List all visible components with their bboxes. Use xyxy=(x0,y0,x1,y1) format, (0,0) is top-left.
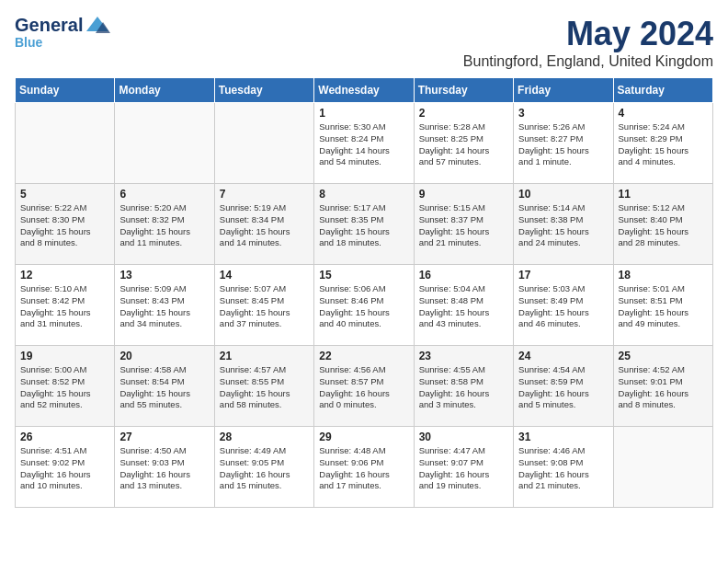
day-number: 1 xyxy=(319,107,408,120)
day-number: 8 xyxy=(319,188,408,201)
cell-content: Sunrise: 4:48 AMSunset: 9:06 PMDaylight:… xyxy=(319,445,408,492)
cell-content: Sunrise: 5:14 AMSunset: 8:38 PMDaylight:… xyxy=(518,202,608,249)
logo: General Blue xyxy=(15,15,110,50)
header-friday: Friday xyxy=(514,78,613,103)
cell-content: Sunrise: 5:10 AMSunset: 8:42 PMDaylight:… xyxy=(20,283,109,330)
cell-content: Sunrise: 4:55 AMSunset: 8:58 PMDaylight:… xyxy=(419,364,508,411)
week-row-4: 19Sunrise: 5:00 AMSunset: 8:52 PMDayligh… xyxy=(16,346,713,427)
day-number: 15 xyxy=(319,269,408,282)
calendar-cell: 8Sunrise: 5:17 AMSunset: 8:35 PMDaylight… xyxy=(314,184,414,265)
day-number: 23 xyxy=(419,350,508,362)
day-number: 31 xyxy=(518,431,608,443)
calendar-cell: 15Sunrise: 5:06 AMSunset: 8:46 PMDayligh… xyxy=(314,265,414,346)
calendar-cell: 17Sunrise: 5:03 AMSunset: 8:49 PMDayligh… xyxy=(514,265,613,346)
day-number: 25 xyxy=(619,350,708,362)
day-number: 10 xyxy=(518,188,608,201)
header-tuesday: Tuesday xyxy=(214,78,313,103)
calendar-cell: 5Sunrise: 5:22 AMSunset: 8:30 PMDaylight… xyxy=(16,184,115,265)
cell-content: Sunrise: 5:30 AMSunset: 8:24 PMDaylight:… xyxy=(319,121,408,168)
cell-content: Sunrise: 5:20 AMSunset: 8:32 PMDaylight:… xyxy=(119,202,209,249)
calendar-cell xyxy=(115,103,214,184)
header-sunday: Sunday xyxy=(16,78,115,103)
calendar-cell: 29Sunrise: 4:48 AMSunset: 9:06 PMDayligh… xyxy=(314,427,414,508)
day-number: 4 xyxy=(619,107,708,120)
calendar-cell: 3Sunrise: 5:26 AMSunset: 8:27 PMDaylight… xyxy=(514,103,613,184)
logo-icon xyxy=(85,15,110,35)
day-number: 18 xyxy=(619,269,708,282)
logo-blue: Blue xyxy=(15,35,42,50)
cell-content: Sunrise: 4:52 AMSunset: 9:01 PMDaylight:… xyxy=(619,364,708,411)
day-number: 5 xyxy=(20,188,109,201)
cell-content: Sunrise: 4:51 AMSunset: 9:02 PMDaylight:… xyxy=(20,445,109,492)
week-row-3: 12Sunrise: 5:10 AMSunset: 8:42 PMDayligh… xyxy=(16,265,713,346)
cell-content: Sunrise: 4:56 AMSunset: 8:57 PMDaylight:… xyxy=(319,364,408,411)
calendar-cell: 26Sunrise: 4:51 AMSunset: 9:02 PMDayligh… xyxy=(16,427,115,508)
day-number: 2 xyxy=(419,107,508,120)
day-number: 3 xyxy=(518,107,608,120)
week-row-1: 1Sunrise: 5:30 AMSunset: 8:24 PMDaylight… xyxy=(16,103,713,184)
calendar-cell: 14Sunrise: 5:07 AMSunset: 8:45 PMDayligh… xyxy=(214,265,313,346)
calendar-cell: 12Sunrise: 5:10 AMSunset: 8:42 PMDayligh… xyxy=(16,265,115,346)
calendar-cell xyxy=(16,103,115,184)
cell-content: Sunrise: 5:22 AMSunset: 8:30 PMDaylight:… xyxy=(20,202,109,249)
cell-content: Sunrise: 5:17 AMSunset: 8:35 PMDaylight:… xyxy=(319,202,408,249)
week-row-2: 5Sunrise: 5:22 AMSunset: 8:30 PMDaylight… xyxy=(16,184,713,265)
calendar-cell: 7Sunrise: 5:19 AMSunset: 8:34 PMDaylight… xyxy=(214,184,313,265)
cell-content: Sunrise: 4:50 AMSunset: 9:03 PMDaylight:… xyxy=(119,445,209,492)
days-header-row: Sunday Monday Tuesday Wednesday Thursday… xyxy=(16,78,713,103)
calendar-cell: 10Sunrise: 5:14 AMSunset: 8:38 PMDayligh… xyxy=(514,184,613,265)
cell-content: Sunrise: 5:12 AMSunset: 8:40 PMDaylight:… xyxy=(619,202,708,249)
logo-general: General xyxy=(15,16,83,34)
day-number: 21 xyxy=(220,350,309,362)
header-thursday: Thursday xyxy=(414,78,513,103)
cell-content: Sunrise: 5:03 AMSunset: 8:49 PMDaylight:… xyxy=(518,283,608,330)
calendar-cell: 24Sunrise: 4:54 AMSunset: 8:59 PMDayligh… xyxy=(514,346,613,427)
calendar-cell: 31Sunrise: 4:46 AMSunset: 9:08 PMDayligh… xyxy=(514,427,613,508)
cell-content: Sunrise: 4:57 AMSunset: 8:55 PMDaylight:… xyxy=(220,364,309,411)
cell-content: Sunrise: 5:24 AMSunset: 8:29 PMDaylight:… xyxy=(619,121,708,168)
calendar-cell: 18Sunrise: 5:01 AMSunset: 8:51 PMDayligh… xyxy=(613,265,712,346)
day-number: 19 xyxy=(20,350,109,362)
header-saturday: Saturday xyxy=(613,78,712,103)
day-number: 13 xyxy=(119,269,209,282)
day-number: 12 xyxy=(20,269,109,282)
page-header: General Blue May 2024 Buntingford, Engla… xyxy=(15,15,713,70)
day-number: 26 xyxy=(20,431,109,443)
day-number: 24 xyxy=(518,350,608,362)
cell-content: Sunrise: 4:54 AMSunset: 8:59 PMDaylight:… xyxy=(518,364,608,411)
week-row-5: 26Sunrise: 4:51 AMSunset: 9:02 PMDayligh… xyxy=(16,427,713,508)
calendar-cell: 28Sunrise: 4:49 AMSunset: 9:05 PMDayligh… xyxy=(214,427,313,508)
cell-content: Sunrise: 5:07 AMSunset: 8:45 PMDaylight:… xyxy=(220,283,309,330)
calendar-cell: 23Sunrise: 4:55 AMSunset: 8:58 PMDayligh… xyxy=(414,346,513,427)
day-number: 20 xyxy=(119,350,209,362)
header-monday: Monday xyxy=(115,78,214,103)
day-number: 14 xyxy=(220,269,309,282)
cell-content: Sunrise: 5:04 AMSunset: 8:48 PMDaylight:… xyxy=(419,283,508,330)
calendar-cell: 4Sunrise: 5:24 AMSunset: 8:29 PMDaylight… xyxy=(613,103,712,184)
month-year-title: May 2024 xyxy=(463,15,713,53)
cell-content: Sunrise: 4:47 AMSunset: 9:07 PMDaylight:… xyxy=(419,445,508,492)
calendar-cell: 1Sunrise: 5:30 AMSunset: 8:24 PMDaylight… xyxy=(314,103,414,184)
calendar-cell: 30Sunrise: 4:47 AMSunset: 9:07 PMDayligh… xyxy=(414,427,513,508)
calendar-cell xyxy=(613,427,712,508)
header-wednesday: Wednesday xyxy=(314,78,414,103)
cell-content: Sunrise: 5:28 AMSunset: 8:25 PMDaylight:… xyxy=(419,121,508,168)
day-number: 29 xyxy=(319,431,408,443)
cell-content: Sunrise: 4:58 AMSunset: 8:54 PMDaylight:… xyxy=(119,364,209,411)
day-number: 30 xyxy=(419,431,508,443)
calendar-cell: 6Sunrise: 5:20 AMSunset: 8:32 PMDaylight… xyxy=(115,184,214,265)
calendar-cell: 11Sunrise: 5:12 AMSunset: 8:40 PMDayligh… xyxy=(613,184,712,265)
cell-content: Sunrise: 5:06 AMSunset: 8:46 PMDaylight:… xyxy=(319,283,408,330)
calendar-cell: 19Sunrise: 5:00 AMSunset: 8:52 PMDayligh… xyxy=(16,346,115,427)
calendar-cell xyxy=(214,103,313,184)
calendar-cell: 27Sunrise: 4:50 AMSunset: 9:03 PMDayligh… xyxy=(115,427,214,508)
day-number: 6 xyxy=(119,188,209,201)
cell-content: Sunrise: 5:01 AMSunset: 8:51 PMDaylight:… xyxy=(619,283,708,330)
calendar-table: Sunday Monday Tuesday Wednesday Thursday… xyxy=(15,77,713,508)
calendar-cell: 9Sunrise: 5:15 AMSunset: 8:37 PMDaylight… xyxy=(414,184,513,265)
title-block: May 2024 Buntingford, England, United Ki… xyxy=(463,15,713,70)
calendar-cell: 20Sunrise: 4:58 AMSunset: 8:54 PMDayligh… xyxy=(115,346,214,427)
day-number: 22 xyxy=(319,350,408,362)
day-number: 17 xyxy=(518,269,608,282)
calendar-cell: 22Sunrise: 4:56 AMSunset: 8:57 PMDayligh… xyxy=(314,346,414,427)
